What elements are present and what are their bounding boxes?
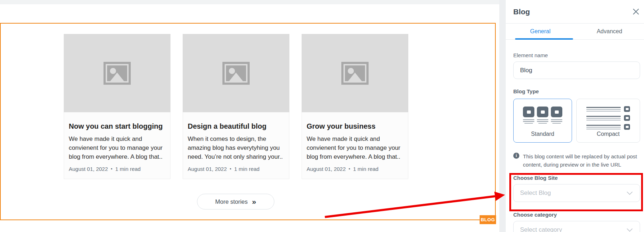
category-select[interactable]: Select category xyxy=(513,221,640,232)
double-chevron-right-icon: » xyxy=(252,198,256,205)
post-card-body: Now you can start blogging We have made … xyxy=(64,112,170,179)
post-date: August 01, 2022 xyxy=(69,166,108,172)
post-meta: August 01, 2022 • 1 min read xyxy=(307,166,403,172)
blog-post-card[interactable]: Grow your business We have made it quick… xyxy=(302,34,408,179)
post-title[interactable]: Now you can start blogging xyxy=(69,122,165,130)
blog-type-standard[interactable]: Standard xyxy=(513,99,572,143)
chevron-down-icon xyxy=(627,228,633,232)
choose-blog-site-label: Choose Blog Site xyxy=(513,175,640,181)
post-title[interactable]: Grow your business xyxy=(307,122,403,130)
editor-canvas: Now you can start blogging We have made … xyxy=(0,0,499,232)
blog-site-select[interactable]: Select Blog xyxy=(513,184,640,202)
panel-body: Element name Blog Type Standard xyxy=(506,52,644,232)
blog-type-standard-label: Standard xyxy=(531,131,554,137)
selected-element-tag: BLOG xyxy=(480,215,496,224)
close-icon[interactable] xyxy=(633,9,639,15)
post-meta: August 01, 2022 • 1 min read xyxy=(69,166,165,172)
more-stories-button[interactable]: More stories » xyxy=(197,194,274,209)
post-date: August 01, 2022 xyxy=(307,166,346,172)
tab-general[interactable]: General xyxy=(506,24,575,39)
post-meta: August 01, 2022 • 1 min read xyxy=(188,166,284,172)
post-excerpt: When it comes to design, the amazing blo… xyxy=(188,134,284,161)
image-placeholder-icon xyxy=(104,62,131,85)
post-read-time: 1 min read xyxy=(234,166,260,172)
panel-title: Blog xyxy=(513,8,530,16)
meta-separator: • xyxy=(349,166,350,172)
blog-settings-panel: Blog General Advanced Element name Blog … xyxy=(506,0,644,232)
image-placeholder-icon xyxy=(222,62,250,85)
category-select-placeholder: Select category xyxy=(520,226,562,232)
post-excerpt: We have made it quick and convienent for… xyxy=(69,134,165,161)
post-read-time: 1 min read xyxy=(353,166,379,172)
element-name-input[interactable] xyxy=(513,61,640,79)
info-note: i This blog content will be replaced by … xyxy=(513,152,640,169)
panel-tabs: General Advanced xyxy=(506,24,644,40)
image-placeholder-icon xyxy=(341,62,369,85)
compact-layout-icon xyxy=(586,106,630,130)
post-image-placeholder xyxy=(183,34,289,112)
post-title[interactable]: Design a beautiful blog xyxy=(188,122,284,130)
tab-advanced[interactable]: Advanced xyxy=(575,24,644,39)
panel-header: Blog xyxy=(506,0,644,24)
standard-layout-icon xyxy=(523,107,562,124)
post-card-body: Design a beautiful blog When it comes to… xyxy=(183,112,289,179)
active-tab-underline xyxy=(515,38,573,40)
post-card-body: Grow your business We have made it quick… xyxy=(302,112,408,179)
element-name-label: Element name xyxy=(513,52,640,58)
tab-general-label: General xyxy=(530,28,551,35)
post-image-placeholder xyxy=(302,34,408,112)
blog-type-options: Standard Compact xyxy=(513,99,640,143)
canvas-scrollbar-gutter[interactable] xyxy=(499,0,506,232)
meta-separator: • xyxy=(230,166,231,172)
blog-type-compact[interactable]: Compact xyxy=(576,99,640,143)
blog-site-select-placeholder: Select Blog xyxy=(520,189,551,197)
blog-type-compact-label: Compact xyxy=(597,131,620,137)
canvas-top-strip xyxy=(0,0,499,4)
blog-post-list: Now you can start blogging We have made … xyxy=(64,34,408,179)
choose-category-label: Choose category xyxy=(513,212,640,218)
tab-advanced-label: Advanced xyxy=(597,28,622,35)
post-read-time: 1 min read xyxy=(115,166,141,172)
blog-post-card[interactable]: Now you can start blogging We have made … xyxy=(64,34,170,179)
post-excerpt: We have made it quick and convienent for… xyxy=(307,134,403,161)
info-note-text: This blog content will be replaced by ac… xyxy=(523,152,640,169)
post-image-placeholder xyxy=(64,34,170,112)
meta-separator: • xyxy=(111,166,112,172)
more-stories-label: More stories xyxy=(215,198,248,205)
chevron-down-icon xyxy=(627,192,633,195)
post-date: August 01, 2022 xyxy=(188,166,227,172)
blog-post-card[interactable]: Design a beautiful blog When it comes to… xyxy=(183,34,289,179)
info-icon: i xyxy=(513,153,519,159)
blog-type-label: Blog Type xyxy=(513,88,640,94)
